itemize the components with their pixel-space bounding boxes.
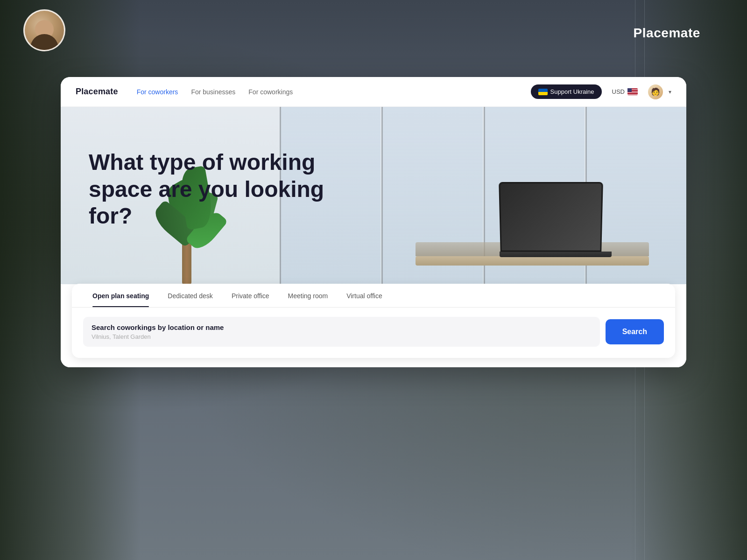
tab-meeting-room[interactable]: Meeting room: [279, 284, 338, 307]
search-row: Search coworkings by location or name Vi…: [72, 308, 675, 358]
tab-open-plan-seating[interactable]: Open plan seating: [83, 284, 158, 307]
nav-link-for-coworkings[interactable]: For coworkings: [248, 88, 293, 96]
nav-link-for-businesses[interactable]: For businesses: [191, 88, 235, 96]
nav-links: For coworkers For businesses For coworki…: [137, 88, 293, 96]
support-ukraine-button[interactable]: Support Ukraine: [531, 84, 602, 99]
search-tabs: Open plan seating Dedicated desk Private…: [72, 284, 675, 308]
nav-brand: Placemate: [76, 87, 118, 97]
search-input-wrapper[interactable]: Search coworkings by location or name Vi…: [83, 317, 600, 347]
chevron-down-icon[interactable]: ▾: [669, 89, 671, 95]
hero-headline-line1: What type of working: [89, 149, 331, 176]
hero-laptop: [500, 182, 612, 257]
main-card: Placemate For coworkers For businesses F…: [61, 77, 686, 367]
tab-virtual-office[interactable]: Virtual office: [337, 284, 392, 307]
hero-section: What type of working space are you looki…: [61, 107, 686, 284]
user-avatar-icon[interactable]: 🧑: [648, 84, 663, 99]
hero-headline-line2: space are you looking for?: [89, 176, 331, 230]
tab-private-office[interactable]: Private office: [222, 284, 279, 307]
currency-label: USD: [612, 88, 625, 95]
search-button[interactable]: Search: [606, 319, 664, 344]
avatar: [23, 9, 65, 51]
laptop-base: [500, 252, 612, 257]
background-brand: Placemate: [633, 26, 700, 41]
ukraine-flag-icon: [538, 89, 548, 95]
search-panel: Open plan seating Dedicated desk Private…: [72, 284, 675, 358]
search-input-placeholder: Vilnius, Talent Garden: [92, 333, 592, 340]
laptop-screen: [499, 182, 603, 252]
nav-right: Support Ukraine USD 🧑 ▾: [531, 84, 671, 99]
us-flag-icon: [627, 88, 638, 95]
nav-link-for-coworkers[interactable]: For coworkers: [137, 88, 178, 96]
navbar: Placemate For coworkers For businesses F…: [61, 77, 686, 107]
card-bottom-padding: [61, 358, 686, 367]
currency-selector[interactable]: USD: [607, 85, 642, 98]
hero-headline: What type of working space are you looki…: [89, 149, 331, 230]
support-button-label: Support Ukraine: [550, 88, 594, 95]
hero-desk: [416, 256, 649, 266]
tab-dedicated-desk[interactable]: Dedicated desk: [158, 284, 222, 307]
search-input-label: Search coworkings by location or name: [92, 323, 592, 331]
